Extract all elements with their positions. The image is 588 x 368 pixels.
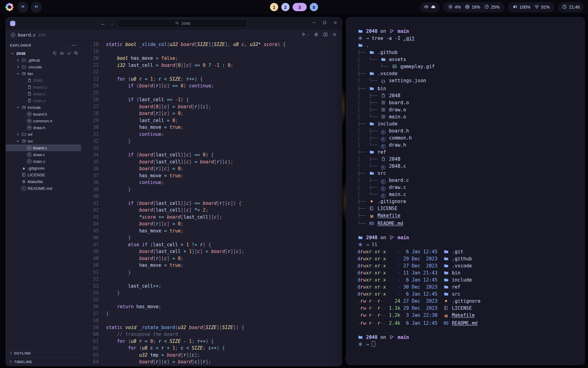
file-type-icon: i: [21, 186, 27, 191]
timeline-panel[interactable]: TIMELINE: [6, 357, 81, 366]
editor-search-box[interactable]: 2048: [118, 19, 247, 28]
explorer-item-bin[interactable]: bin: [6, 70, 81, 77]
editor-window: ← → 2048 C board.c src: [6, 17, 342, 366]
line-number: 42: [81, 207, 106, 214]
explorer-item-.vscode[interactable]: .vscode: [6, 63, 81, 70]
file-type-icon: [21, 132, 27, 136]
collapse-folders-button[interactable]: [74, 51, 78, 56]
terminal-line: │ ├── draw.o: [357, 106, 573, 113]
breadcrumb: C board.c src: [11, 33, 46, 37]
clang-icon: C: [381, 137, 386, 142]
folder-fill-icon: [369, 71, 374, 76]
workspace-3[interactable]: 3: [293, 3, 307, 11]
c-file-icon: C: [11, 33, 15, 37]
close-editor-button[interactable]: [332, 32, 337, 38]
refresh-explorer-button[interactable]: [67, 51, 71, 56]
file-label: bin: [28, 71, 33, 76]
explorer-more-button[interactable]: ···: [72, 43, 77, 48]
wifi-value: 91%: [541, 5, 550, 10]
new-folder-button[interactable]: [60, 51, 64, 56]
line-number: 40: [81, 193, 106, 200]
line-number: 37: [81, 172, 106, 179]
line-number: 54: [81, 289, 106, 297]
explorer-item-2048[interactable]: 2048: [6, 77, 81, 84]
code-line-47: 47 else if (last_cell + 1 != r) {: [81, 241, 342, 248]
explorer-item-draw.c[interactable]: Cdraw.c: [6, 151, 81, 158]
explorer-item-2048[interactable]: 2048: [6, 50, 81, 57]
eye-icon[interactable]: [424, 4, 429, 10]
explorer-item-main.c[interactable]: Cmain.c: [6, 158, 81, 165]
explorer-item-board.c[interactable]: Cboard.c: [6, 144, 81, 151]
tab-directory[interactable]: src: [38, 33, 46, 37]
line-number: 55: [81, 297, 106, 304]
file-type-icon: [21, 65, 27, 69]
line-number: 27: [81, 103, 106, 110]
terminal-line: .rw-r--r-- 24 27 Dec 2023 .gitignore: [357, 298, 573, 305]
explorer-tree: 2048.github.vscodebin2048board.odraw.oma…: [6, 50, 81, 192]
code-line-36: 36 board[r][c] = 0;: [81, 165, 342, 172]
explorer-item-README.md[interactable]: iREADME.md: [6, 185, 81, 192]
memory-chip-icon: [465, 4, 470, 10]
media-next-button[interactable]: [31, 2, 42, 13]
timeline-label: TIMELINE: [14, 360, 32, 364]
explorer-item-board.h[interactable]: Hboard.h: [6, 111, 81, 117]
visibility-weather-island[interactable]: [420, 2, 440, 12]
volume-network-island[interactable]: 100% 91%: [508, 2, 555, 12]
terminal-line: ├── src: [357, 170, 573, 177]
explorer-item-common.h[interactable]: Hcommon.h: [6, 117, 81, 124]
media-prev-button[interactable]: [17, 2, 28, 13]
new-file-button[interactable]: [53, 51, 57, 56]
memory-value: 16%: [472, 5, 480, 10]
code-line-28: 28 board[r][c] = 0;: [81, 110, 342, 117]
terminal-line: │ ├── C draw.c: [357, 184, 573, 191]
clock-island[interactable]: 21:46: [558, 2, 584, 12]
explorer-item-include[interactable]: include: [6, 104, 81, 111]
explorer-item-Makefile[interactable]: ⚙Makefile: [6, 178, 81, 185]
run-file-button[interactable]: [302, 32, 309, 38]
line-number: 31: [81, 131, 106, 138]
code-line-26: 26 if (last_cell == -1) {: [81, 96, 342, 103]
tab-filename[interactable]: board.c: [18, 33, 36, 37]
explorer-item-.gitignore[interactable]: ◆.gitignore: [6, 165, 81, 171]
explorer-item-LICENSE[interactable]: LICENSE: [6, 171, 81, 178]
code-line-64: 64 board[r][c] = board[c][r];: [81, 358, 342, 366]
outline-panel[interactable]: OUTLINE: [6, 349, 81, 357]
terminal-window[interactable]: 2048 on main → tree -a -I .git .├── .git…: [346, 17, 585, 365]
explorer-item-src[interactable]: src: [6, 138, 81, 144]
explorer-item-board.o[interactable]: board.o: [6, 84, 81, 90]
nav-forward-button[interactable]: →: [109, 21, 114, 26]
workspace-8[interactable]: 8: [310, 3, 318, 11]
file-label: main.o: [33, 98, 46, 103]
nav-back-button[interactable]: ←: [100, 21, 105, 26]
terminal-line: → ll: [357, 241, 573, 248]
explorer-item-.github[interactable]: .github: [6, 57, 81, 63]
file-label: common.h: [33, 119, 52, 123]
close-window-button[interactable]: [333, 21, 337, 26]
workspace-2[interactable]: 2: [281, 3, 290, 11]
top-bar: 1238 4% 16% 25% 100%: [0, 0, 588, 14]
system-stats-island[interactable]: 4% 16% 25%: [443, 2, 504, 12]
code-line-46: 46 }: [81, 234, 342, 241]
outline-label: OUTLINE: [14, 351, 31, 355]
code-editor[interactable]: 18static bool _slide_col(u32 board[SIZE]…: [81, 41, 342, 366]
minimize-button[interactable]: [312, 21, 316, 26]
explorer-item-ref[interactable]: ref: [6, 131, 81, 138]
split-editor-button[interactable]: [323, 32, 328, 38]
workspace-1[interactable]: 1: [270, 3, 278, 11]
code-line-22: 22: [81, 69, 342, 76]
system-menu-button[interactable]: [4, 2, 15, 12]
git-icon: [369, 199, 374, 204]
wifi-icon: [534, 4, 539, 10]
explorer-actions: [53, 51, 79, 56]
book2-icon: [369, 206, 374, 211]
maximize-button[interactable]: [322, 21, 327, 26]
settings-gear-button[interactable]: [314, 32, 318, 38]
explorer-item-draw.o[interactable]: draw.o: [6, 90, 81, 97]
explorer-item-draw.h[interactable]: Hdraw.h: [6, 124, 81, 131]
chevron-right-icon: [9, 351, 13, 355]
sfolder-open-icon: [22, 105, 26, 109]
search-icon: [175, 21, 179, 25]
explorer-item-main.o[interactable]: main.o: [6, 97, 81, 104]
sidebar-panels: OUTLINE TIMELINE: [6, 349, 81, 366]
file-label: 2048: [33, 78, 42, 83]
